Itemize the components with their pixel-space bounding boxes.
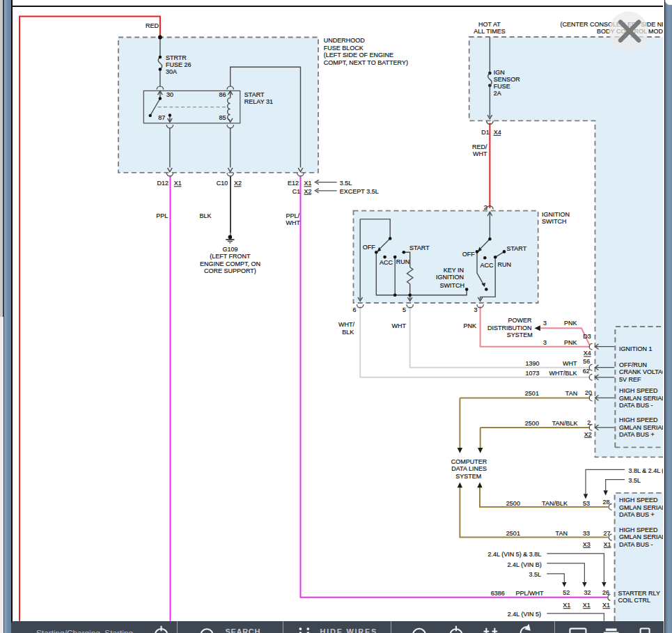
svg-text:RUN: RUN [396, 258, 410, 265]
svg-text:RED/: RED/ [472, 143, 487, 150]
svg-text:3: 3 [543, 339, 547, 346]
svg-text:PPL: PPL [156, 212, 168, 219]
svg-text:GMLAN SERIAL: GMLAN SERIAL [619, 504, 666, 511]
svg-text:D3: D3 [583, 333, 591, 340]
svg-text:30: 30 [166, 91, 173, 98]
svg-text:X1: X1 [603, 541, 611, 548]
svg-text:SWITCH: SWITCH [542, 218, 567, 225]
svg-text:D1: D1 [481, 129, 490, 136]
svg-text:WHT: WHT [392, 322, 407, 329]
svg-text:6386: 6386 [491, 590, 505, 597]
svg-text:53: 53 [583, 500, 590, 507]
svg-text:X2: X2 [584, 431, 592, 438]
svg-text:TAN: TAN [565, 390, 577, 397]
svg-text:PNK: PNK [564, 320, 577, 327]
svg-text:26: 26 [602, 589, 609, 596]
svg-text:PNK: PNK [463, 322, 476, 329]
svg-text:POWER: POWER [508, 317, 532, 324]
svg-text:3.5L: 3.5L [529, 571, 541, 578]
svg-text:X1: X1 [563, 602, 570, 609]
svg-text:HIGH SPEED: HIGH SPEED [619, 497, 658, 503]
svg-text:WHT: WHT [563, 360, 577, 367]
svg-text:2.4L (VIN 5) & 3.8L: 2.4L (VIN 5) & 3.8L [488, 551, 542, 558]
svg-text:X1: X1 [602, 602, 610, 609]
svg-text:IGN: IGN [494, 69, 505, 76]
svg-text:(LEFT FRONT: (LEFT FRONT [210, 253, 251, 260]
svg-text:X1: X1 [174, 180, 182, 187]
svg-text:KEY IN: KEY IN [444, 267, 464, 274]
svg-text:WHT: WHT [473, 150, 487, 157]
svg-text:ALL TIMES: ALL TIMES [474, 28, 506, 35]
svg-text:IGNITION: IGNITION [436, 274, 464, 281]
svg-text:OFF/RUN: OFF/RUN [619, 361, 647, 368]
svg-text:2A: 2A [494, 90, 501, 97]
svg-text:2.4L (VIN 5): 2.4L (VIN 5) [508, 611, 541, 618]
svg-text:SYSTEM: SYSTEM [507, 331, 533, 338]
svg-text:X3: X3 [583, 541, 591, 548]
svg-text:COMPT, NEXT TO BATTERY): COMPT, NEXT TO BATTERY) [324, 59, 408, 66]
svg-text:X1: X1 [583, 602, 591, 609]
svg-text:85: 85 [219, 114, 226, 121]
svg-text:33: 33 [583, 530, 590, 537]
svg-text:3.5L: 3.5L [629, 477, 641, 484]
svg-text:DATA BUS +: DATA BUS + [619, 431, 655, 438]
svg-text:SYSTEM: SYSTEM [455, 473, 481, 480]
svg-text:E12: E12 [288, 180, 299, 187]
svg-text:FUSE 26: FUSE 26 [166, 61, 192, 68]
svg-text:30A: 30A [166, 68, 177, 75]
svg-text:CORE SUPPORT): CORE SUPPORT) [204, 267, 256, 274]
svg-text:UNDERHOOD: UNDERHOOD [324, 37, 366, 44]
svg-text:5: 5 [403, 306, 406, 313]
svg-text:TAN/BLK: TAN/BLK [542, 500, 568, 507]
svg-text:2500: 2500 [506, 500, 520, 507]
svg-text:27: 27 [603, 530, 610, 537]
svg-text:G109: G109 [222, 246, 237, 253]
svg-text:ACC: ACC [380, 259, 393, 266]
svg-text:1390: 1390 [526, 360, 540, 367]
svg-text:FUSE BLOCK: FUSE BLOCK [324, 45, 364, 52]
svg-text:20: 20 [585, 389, 592, 396]
svg-text:IGNITION: IGNITION [542, 211, 570, 218]
svg-text:BLK: BLK [342, 329, 354, 336]
svg-text:RELAY 31: RELAY 31 [244, 98, 273, 105]
svg-text:STARTER RLY: STARTER RLY [618, 590, 660, 597]
svg-text:2501: 2501 [506, 530, 520, 537]
svg-text:X1: X1 [304, 180, 312, 187]
svg-text:GMLAN SERIAL: GMLAN SERIAL [619, 533, 666, 540]
svg-text:DISTRIBUTION: DISTRIBUTION [487, 325, 532, 331]
svg-text:GMLAN SERIAL: GMLAN SERIAL [619, 424, 666, 431]
svg-text:DATA BUS +: DATA BUS + [619, 511, 655, 518]
svg-text:1073: 1073 [526, 370, 540, 377]
svg-text:RED: RED [146, 22, 159, 29]
svg-text:PNK: PNK [564, 339, 577, 346]
svg-text:COIL CTRL: COIL CTRL [618, 597, 650, 604]
svg-text:PPL/: PPL/ [286, 212, 300, 219]
svg-text:HIGH SPEED: HIGH SPEED [619, 416, 658, 423]
svg-text:ACC: ACC [480, 262, 494, 269]
svg-text:87: 87 [158, 114, 165, 121]
svg-text:RUN: RUN [498, 261, 512, 268]
svg-text:2: 2 [484, 204, 487, 211]
svg-text:DATA BUS -: DATA BUS - [619, 541, 653, 548]
svg-text:FUSE: FUSE [494, 83, 510, 90]
svg-text:TAN/BLK: TAN/BLK [552, 420, 578, 427]
svg-text:D12: D12 [157, 180, 169, 187]
svg-text:STRTR: STRTR [166, 54, 187, 61]
svg-text:28: 28 [603, 499, 610, 506]
svg-text:HIGH SPEED: HIGH SPEED [619, 387, 658, 394]
svg-text:62: 62 [583, 368, 590, 375]
svg-text:WHT/: WHT/ [338, 321, 354, 328]
svg-text:DATA LINES: DATA LINES [451, 465, 487, 472]
svg-text:PPL/WHT: PPL/WHT [515, 590, 544, 597]
svg-text:X2: X2 [304, 188, 312, 195]
svg-text:START: START [409, 244, 430, 251]
svg-text:WHT: WHT [286, 219, 301, 226]
svg-text:SENSOR: SENSOR [494, 76, 521, 83]
svg-text:56: 56 [583, 358, 590, 365]
svg-text:OFF: OFF [462, 251, 475, 258]
svg-text:86: 86 [219, 91, 226, 98]
svg-text:3: 3 [543, 320, 547, 327]
svg-text:X4: X4 [584, 350, 591, 357]
svg-text:3.5L: 3.5L [340, 180, 352, 187]
svg-text:EXCEPT 3.5L: EXCEPT 3.5L [340, 188, 379, 195]
